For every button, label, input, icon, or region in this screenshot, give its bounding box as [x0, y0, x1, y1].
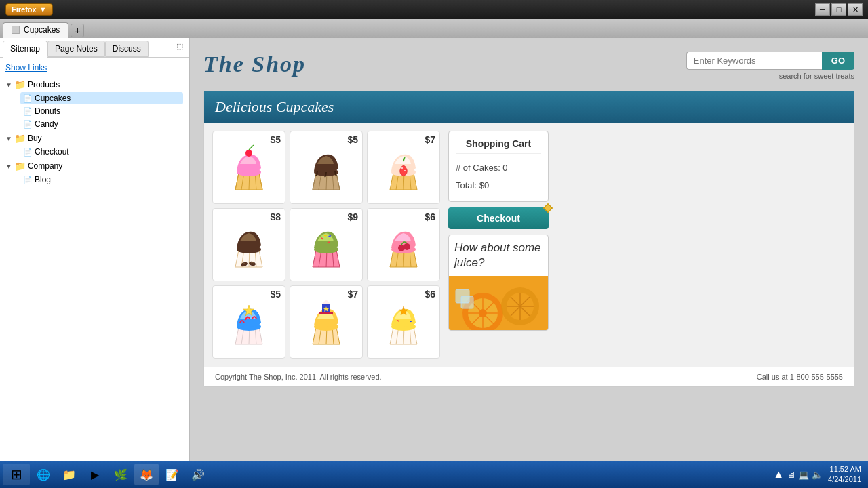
price-4: $9 — [347, 211, 358, 222]
tree-item-buy[interactable]: ▼ 📁 Buy — [5, 131, 183, 145]
tab-discuss[interactable]: Discuss — [105, 41, 149, 57]
product-card-5[interactable]: $6 — [367, 208, 440, 281]
product-card-8[interactable]: $6 — [367, 285, 440, 359]
new-tab-btn[interactable]: + — [71, 24, 84, 37]
sidebar-tabs: Sitemap Page Notes Discuss ⬚ — [0, 38, 189, 58]
donuts-page-icon: 📄 — [23, 107, 33, 116]
svg-point-38 — [403, 243, 410, 250]
products-folder-icon: 📁 — [14, 79, 26, 90]
product-card-1[interactable]: $5 — [290, 131, 363, 204]
sound-btn[interactable]: 🔊 — [186, 464, 210, 485]
search-input[interactable] — [686, 52, 822, 70]
tree-item-products-group: ▼ 📁 Products 📄 Cupcakes 📄 Donuts 📄 — [5, 78, 183, 130]
start-btn[interactable]: ⊞ — [3, 464, 30, 485]
svg-rect-73 — [461, 296, 473, 308]
phone-text: Call us at 1-800-555-5555 — [757, 373, 843, 381]
svg-point-18 — [404, 170, 406, 171]
price-6: $5 — [270, 289, 281, 300]
cupcake-1 — [302, 142, 350, 193]
shop-footer: Copyright The Shop, Inc. 2011. All right… — [204, 367, 854, 386]
copyright-text: Copyright The Shop, Inc. 2011. All right… — [215, 373, 382, 381]
company-label: Company — [28, 161, 62, 171]
cupcakes-page-icon: 📄 — [23, 94, 33, 103]
shop-title: The Shop — [203, 52, 306, 77]
main-content: The Shop GO search for sweet treats Deli… — [190, 38, 868, 461]
tray-icon-1: ▲ — [773, 468, 784, 481]
product-card-3[interactable]: $8 — [212, 208, 285, 281]
tray-icon-3: 💻 — [798, 470, 809, 480]
cupcake-7 — [302, 297, 350, 348]
search-area: GO search for sweet treats — [686, 52, 854, 80]
window-controls: ─ □ ✕ — [815, 3, 863, 16]
sidebar-item-blog[interactable]: 📄 Blog — [20, 174, 183, 186]
tab-icon — [12, 26, 20, 34]
blog-label: Blog — [35, 175, 51, 184]
sidebar: Sitemap Page Notes Discuss ⬚ Show Links … — [0, 38, 190, 461]
products-expand-icon: ▼ — [5, 81, 12, 89]
cupcakes-label: Cupcakes — [35, 94, 71, 103]
tab-page-notes[interactable]: Page Notes — [47, 41, 105, 57]
sidebar-resize-btn[interactable]: ⬚ — [174, 41, 186, 57]
taskbar: ⊞ 🌐 📁 ▶ 🌿 🦊 📝 🔊 ▲ 🖥 💻 🔈 11:52 AM 4/24/20… — [0, 461, 868, 488]
tab-cupcakes[interactable]: Cupcakes — [3, 22, 68, 38]
buy-folder-icon: 📁 — [14, 133, 26, 144]
close-btn[interactable]: ✕ — [848, 3, 863, 16]
show-links-btn[interactable]: Show Links — [5, 63, 183, 73]
product-card-7[interactable]: $7 — [290, 285, 363, 359]
sidebar-item-checkout[interactable]: 📄 Checkout — [20, 146, 183, 158]
price-2: $7 — [425, 134, 435, 145]
time-display: 11:52 AM — [828, 464, 861, 474]
donuts-label: Donuts — [35, 106, 60, 116]
products-children: 📄 Cupcakes 📄 Donuts 📄 Candy — [5, 92, 183, 130]
tree-item-company[interactable]: ▼ 📁 Company — [5, 159, 183, 173]
firefox-label: Firefox — [12, 5, 37, 14]
media-btn[interactable]: ▶ — [83, 464, 107, 485]
tree-item-products[interactable]: ▼ 📁 Products — [5, 78, 183, 92]
search-btn[interactable]: GO — [822, 52, 854, 70]
notes-btn[interactable]: 📝 — [160, 464, 184, 485]
product-card-2[interactable]: $7 — [367, 131, 440, 204]
sidebar-item-candy[interactable]: 📄 Candy — [20, 118, 183, 130]
product-card-0[interactable]: $5 — [212, 131, 285, 204]
firefox-menu-btn[interactable]: Firefox ▼ — [5, 3, 53, 16]
ie-btn[interactable]: 🌐 — [31, 464, 56, 485]
buy-label: Buy — [28, 134, 42, 143]
svg-rect-49 — [319, 312, 333, 314]
price-8: $6 — [425, 289, 435, 300]
svg-point-6 — [245, 150, 252, 157]
price-1: $5 — [347, 134, 358, 145]
minimize-btn[interactable]: ─ — [815, 3, 830, 16]
product-body: $5 — [204, 123, 854, 367]
cart-title: Shopping Cart — [456, 138, 541, 154]
app-btn-4[interactable]: 🌿 — [108, 464, 133, 485]
date-display: 4/24/2011 — [828, 474, 861, 485]
shop-header: The Shop GO search for sweet treats — [203, 52, 854, 80]
cart-total: Total: $0 — [456, 177, 541, 195]
juice-ad-image — [449, 276, 548, 330]
sidebar-item-donuts[interactable]: 📄 Donuts — [20, 105, 183, 117]
checkout-button[interactable]: Checkout — [448, 207, 549, 229]
price-5: $6 — [425, 211, 435, 222]
system-tray: ▲ 🖥 💻 🔈 — [773, 468, 823, 481]
tab-sitemap[interactable]: Sitemap — [3, 41, 47, 58]
candy-label: Candy — [35, 119, 58, 129]
tree-item-buy-group: ▼ 📁 Buy 📄 Checkout — [5, 131, 183, 158]
checkout-page-icon: 📄 — [23, 148, 33, 157]
buy-children: 📄 Checkout — [5, 146, 183, 158]
explorer-btn[interactable]: 📁 — [57, 464, 81, 485]
product-section-header: Delicious Cupcakes — [204, 92, 854, 123]
product-card-4[interactable]: $9 — [290, 208, 363, 281]
cupcake-2 — [380, 142, 427, 193]
juice-ad[interactable]: How about some juice? — [448, 235, 549, 331]
cart-count: # of Cakes: 0 — [456, 159, 541, 177]
search-hint: search for sweet treats — [779, 72, 854, 80]
cupcake-4 — [302, 220, 350, 270]
sidebar-item-cupcakes[interactable]: 📄 Cupcakes — [20, 92, 183, 104]
firefox-dropdown-icon: ▼ — [39, 5, 47, 14]
product-section: Delicious Cupcakes $5 — [203, 91, 854, 387]
tab-label: Cupcakes — [24, 25, 60, 35]
cupcake-8 — [380, 297, 427, 348]
product-card-6[interactable]: $5 — [212, 285, 285, 359]
firefox-taskbar-btn[interactable]: 🦊 — [134, 464, 159, 485]
maximize-btn[interactable]: □ — [831, 3, 846, 16]
